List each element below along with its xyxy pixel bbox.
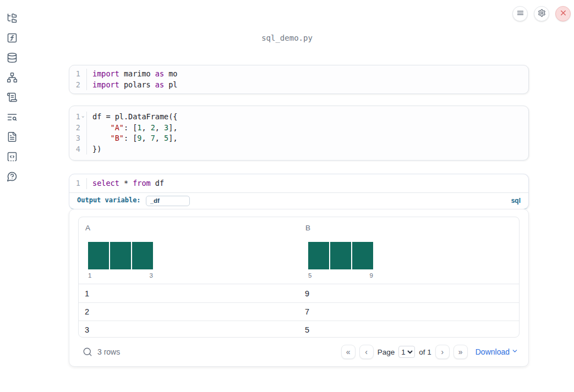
table-body: 192735 <box>79 284 519 338</box>
table-cell: 7 <box>299 307 519 316</box>
line-number: 2 <box>69 123 87 134</box>
output-variable-input[interactable] <box>146 196 190 206</box>
table-row: 19 <box>79 284 519 302</box>
search-button[interactable] <box>83 347 92 357</box>
column-header-b[interactable]: B59 <box>299 217 519 284</box>
documentation-icon[interactable] <box>7 131 18 142</box>
table-cell: 9 <box>299 289 519 298</box>
output-variable-label: Output variable: <box>77 195 141 206</box>
code-text: df = pl.DataFrame({ <box>87 112 177 123</box>
table-footer: 3 rows « ‹ Page 1 of 1 › » Download <box>78 338 520 366</box>
table-of-contents-icon[interactable] <box>7 112 18 123</box>
line-number: 3 <box>69 133 87 144</box>
code-line: 2import polars as pl <box>69 80 528 91</box>
code-text: }) <box>87 144 101 155</box>
line-number: 1 <box>69 69 87 80</box>
page-label: Page <box>378 348 395 356</box>
download-button[interactable]: Download <box>475 347 518 356</box>
dependency-graph-icon[interactable] <box>7 72 18 83</box>
code-line: 4}) <box>69 144 528 155</box>
sidebar <box>0 0 24 392</box>
histogram-bar <box>132 242 153 269</box>
download-label: Download <box>475 347 510 356</box>
fold-indicator-icon[interactable]: ⌄ <box>81 111 84 122</box>
line-number: 4 <box>69 144 87 155</box>
sql-cell-footer: Output variable: sql <box>69 193 528 209</box>
histogram-axis: 59 <box>308 272 373 279</box>
help-icon[interactable] <box>7 171 18 182</box>
chevron-down-icon <box>511 347 518 356</box>
axis-min-label: 1 <box>88 272 91 279</box>
sql-cell[interactable]: 1select * from df Output variable: sql <box>69 174 529 209</box>
table-cell: 2 <box>79 307 299 316</box>
gear-icon <box>538 9 546 19</box>
table-row: 35 <box>79 321 519 338</box>
histogram-bar <box>308 242 329 269</box>
settings-button[interactable] <box>534 6 549 21</box>
search-icon <box>83 350 92 358</box>
table-header-row: A13B59 <box>79 217 519 284</box>
code-line: 1import marimo as mo <box>69 69 528 80</box>
code-text: "A": [1, 2, 3], <box>87 123 178 134</box>
line-number: 1 <box>69 178 87 189</box>
code-text: import marimo as mo <box>87 69 177 80</box>
code-text: import polars as pl <box>87 80 177 91</box>
column-histogram <box>85 242 292 269</box>
page-of-label: of 1 <box>419 348 431 356</box>
axis-max-label: 3 <box>150 272 153 279</box>
code-text: select * from df <box>87 178 164 189</box>
code-line: 1⌄df = pl.DataFrame({ <box>69 112 528 123</box>
histogram-axis: 13 <box>88 272 153 279</box>
code-line: 2 "A": [1, 2, 3], <box>69 123 528 134</box>
column-histogram <box>305 242 512 269</box>
axis-min-label: 5 <box>308 272 311 279</box>
row-count-label: 3 rows <box>97 347 120 356</box>
language-badge[interactable]: sql <box>511 197 521 205</box>
column-header-a[interactable]: A13 <box>79 217 299 284</box>
table-output-card: A13B59 192735 3 rows « ‹ Page 1 of 1 › »… <box>69 209 529 367</box>
first-page-button[interactable]: « <box>341 345 356 359</box>
code-line: 1select * from df <box>69 178 528 189</box>
previous-page-button[interactable]: ‹ <box>359 345 374 359</box>
file-explorer-icon[interactable] <box>7 13 18 24</box>
sql-editor[interactable]: 1select * from df <box>69 174 528 193</box>
datasources-icon[interactable] <box>7 52 18 63</box>
notebook: 1import marimo as mo2import polars as pl… <box>69 0 529 392</box>
histogram-bar <box>88 242 109 269</box>
line-number: 1⌄ <box>69 112 87 123</box>
table-cell: 3 <box>79 325 299 334</box>
histogram-bar <box>352 242 373 269</box>
page-select[interactable]: 1 <box>398 346 415 358</box>
histogram-bar <box>330 242 351 269</box>
column-name: B <box>305 224 512 233</box>
logs-icon[interactable] <box>7 92 18 103</box>
next-page-button[interactable]: › <box>435 345 450 359</box>
column-name: A <box>85 224 292 233</box>
data-table: A13B59 192735 <box>78 217 520 338</box>
last-page-button[interactable]: » <box>453 345 468 359</box>
snippets-icon[interactable] <box>7 151 18 162</box>
code-text: "B": [9, 7, 5], <box>87 133 178 144</box>
code-cell-dataframe[interactable]: 1⌄df = pl.DataFrame({2 "A": [1, 2, 3],3 … <box>69 106 529 161</box>
axis-max-label: 9 <box>370 272 373 279</box>
table-cell: 1 <box>79 289 299 298</box>
close-icon <box>559 9 567 19</box>
code-line: 3 "B": [9, 7, 5], <box>69 133 528 144</box>
histogram-bar <box>110 242 131 269</box>
pagination: « ‹ Page 1 of 1 › » Download <box>341 345 518 359</box>
table-row: 27 <box>79 302 519 321</box>
shutdown-button[interactable] <box>555 6 571 21</box>
table-cell: 5 <box>299 325 519 334</box>
line-number: 2 <box>69 80 87 91</box>
code-cell-imports[interactable]: 1import marimo as mo2import polars as pl <box>69 65 529 94</box>
